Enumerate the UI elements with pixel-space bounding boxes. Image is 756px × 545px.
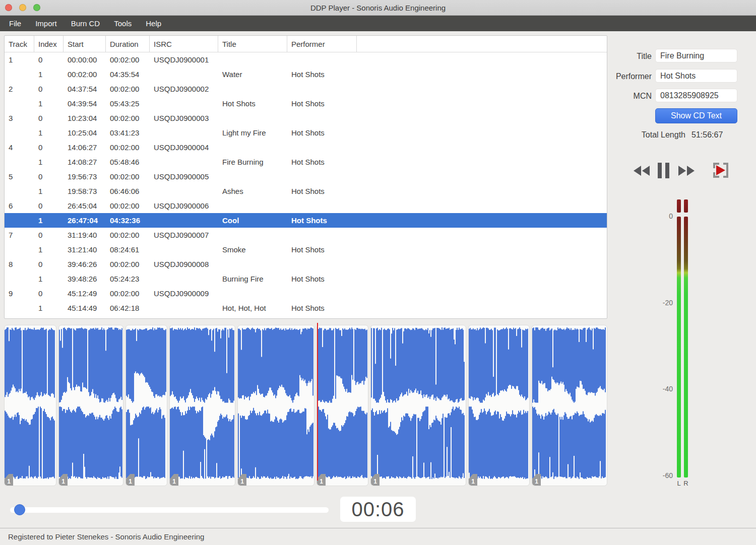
show-cd-text-button[interactable]: Show CD Text: [655, 108, 737, 123]
cell-performer: [287, 257, 357, 271]
cell-track: [5, 301, 34, 315]
fast-forward-icon: [678, 165, 695, 176]
app-window: DDP Player - Sonoris Audio Engineering F…: [0, 0, 756, 545]
table-row[interactable]: 126:47:0404:32:36CoolHot Shots: [5, 213, 607, 228]
table-row[interactable]: 8039:46:2600:02:00USQDJ0900008: [5, 257, 607, 271]
cell-performer: [287, 140, 357, 155]
seek-slider-thumb[interactable]: [14, 504, 25, 515]
cell-track: 2: [5, 82, 34, 96]
table-row[interactable]: 1000:00:0000:02:00USQDJ0900001: [5, 52, 607, 67]
cell-title: Water: [218, 67, 287, 82]
meter-bar-right: [684, 217, 688, 478]
cell-index: 0: [34, 257, 64, 271]
table-header-row: TrackIndexStartDurationISRCTitlePerforme…: [5, 36, 607, 52]
table-row[interactable]: 119:58:7306:46:06AshesHot Shots: [5, 184, 607, 198]
cell-filler: [357, 155, 607, 169]
cell-duration: 00:02:00: [106, 111, 150, 125]
cell-index: 1: [34, 242, 64, 257]
cell-start: 31:21:40: [64, 242, 106, 257]
cell-isrc: [150, 96, 218, 111]
play-from-marker-button[interactable]: [712, 162, 730, 181]
cell-isrc: [150, 271, 218, 286]
traffic-lights: [5, 4, 40, 11]
column-header-start[interactable]: Start: [64, 36, 106, 52]
pause-button[interactable]: [658, 163, 669, 180]
cell-start: 14:08:27: [64, 155, 106, 169]
cell-performer: Hot Shots: [287, 213, 357, 228]
column-header-title[interactable]: Title: [218, 36, 287, 52]
waveform-track-block[interactable]: 1: [125, 325, 167, 486]
cell-index: 0: [34, 140, 64, 155]
table-row[interactable]: 110:25:0403:41:23Light my FireHot Shots: [5, 125, 607, 140]
cell-duration: 06:42:18: [106, 301, 150, 315]
menu-item-help[interactable]: Help: [139, 16, 168, 31]
table-row[interactable]: 3010:23:0400:02:00USQDJ0900003: [5, 111, 607, 125]
waveform-track-block[interactable]: 1: [532, 325, 607, 486]
zoom-window-button[interactable]: [33, 4, 40, 11]
table-row[interactable]: 145:14:4906:42:18Hot, Hot, HotHot Shots: [5, 301, 607, 315]
close-window-button[interactable]: [5, 4, 12, 11]
table-row[interactable]: 2004:37:5400:02:00USQDJ0900002: [5, 82, 607, 96]
mcn-field[interactable]: [655, 89, 737, 102]
menu-item-file[interactable]: File: [2, 16, 28, 31]
cell-index: 1: [34, 155, 64, 169]
menu-item-burn-cd[interactable]: Burn CD: [64, 16, 107, 31]
cd-text-panel: Title Performer MCN Show CD Text Total L…: [607, 31, 756, 545]
column-header-performer[interactable]: Performer: [287, 36, 357, 52]
cell-duration: 00:02:00: [106, 286, 150, 301]
performer-field[interactable]: [655, 69, 737, 83]
cell-start: 00:00:00: [64, 52, 106, 67]
rewind-button[interactable]: [633, 165, 650, 178]
cell-track: [5, 155, 34, 169]
column-header-track[interactable]: Track: [5, 36, 34, 52]
waveform-track-block[interactable]: 1: [370, 325, 466, 486]
menu-item-import[interactable]: Import: [28, 16, 64, 31]
cell-title: Fire Burning: [218, 155, 287, 169]
cell-start: 26:47:04: [64, 213, 106, 228]
cell-isrc: [150, 213, 218, 228]
cell-filler: [357, 52, 607, 67]
table-row[interactable]: 7031:19:4000:02:00USQDJ0900007: [5, 228, 607, 242]
cell-title: Hot Shots: [218, 96, 287, 111]
title-field[interactable]: [655, 49, 737, 62]
table-row[interactable]: 139:48:2605:24:23Burning FireHot Shots: [5, 271, 607, 286]
cell-performer: [287, 286, 357, 301]
minimize-window-button[interactable]: [19, 4, 26, 11]
cell-isrc: [150, 125, 218, 140]
table-row[interactable]: 131:21:4008:24:61SmokeHot Shots: [5, 242, 607, 257]
playhead-line: [317, 323, 318, 481]
table-row[interactable]: 6026:45:0400:02:00USQDJ0900006: [5, 198, 607, 213]
cell-title: Ashes: [218, 184, 287, 198]
waveform-track-block[interactable]: 1: [468, 325, 530, 486]
table-row[interactable]: 100:02:0004:35:54WaterHot Shots: [5, 67, 607, 82]
table-row[interactable]: 104:39:5405:43:25Hot ShotsHot Shots: [5, 96, 607, 111]
column-header-duration[interactable]: Duration: [106, 36, 150, 52]
column-header-isrc[interactable]: ISRC: [150, 36, 218, 52]
meter-clip-right: [684, 199, 688, 213]
fast-forward-button[interactable]: [678, 165, 695, 178]
waveform-track-block[interactable]: 1: [58, 325, 123, 486]
column-header-index[interactable]: Index: [34, 36, 64, 52]
cell-filler: [357, 301, 607, 315]
waveform-track-block[interactable]: 1: [317, 325, 368, 486]
cell-filler: [357, 242, 607, 257]
cell-track: 1: [5, 52, 34, 67]
menu-item-tools[interactable]: Tools: [107, 16, 139, 31]
menu-bar: FileImportBurn CDToolsHelp: [0, 16, 756, 31]
waveform-track-block[interactable]: 1: [169, 325, 235, 486]
table-row[interactable]: 5019:56:7300:02:00USQDJ0900005: [5, 169, 607, 184]
waveform-track-block[interactable]: 1: [237, 325, 314, 486]
cell-filler: [357, 111, 607, 125]
table-row[interactable]: 9045:12:4900:02:00USQDJ0900009: [5, 286, 607, 301]
table-row[interactable]: 114:08:2705:48:46Fire BurningHot Shots: [5, 155, 607, 169]
seek-slider[interactable]: [10, 507, 329, 513]
performer-field-label: Performer: [607, 70, 652, 83]
title-bar[interactable]: DDP Player - Sonoris Audio Engineering: [0, 0, 756, 16]
cell-title: [218, 198, 287, 213]
waveform-track-block[interactable]: 1: [4, 325, 56, 486]
cell-start: 14:06:27: [64, 140, 106, 155]
table-row[interactable]: 4014:06:2700:02:00USQDJ0900004: [5, 140, 607, 155]
cell-track: 8: [5, 257, 34, 271]
cell-performer: Hot Shots: [287, 96, 357, 111]
cell-performer: [287, 52, 357, 67]
